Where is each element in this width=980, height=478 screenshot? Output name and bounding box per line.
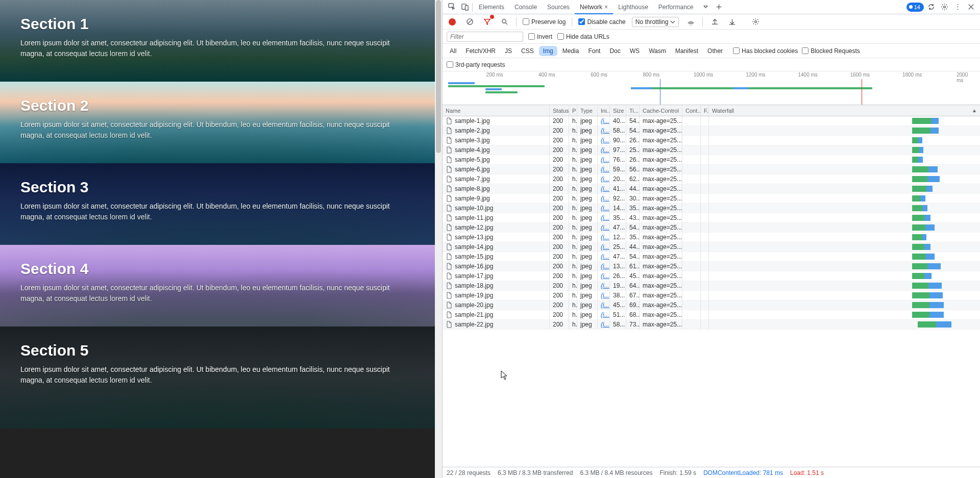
filter-input[interactable] [447, 32, 523, 42]
request-row[interactable]: sample-21.jpg200h..jpeg(i...51...68...ma… [443, 310, 980, 320]
hide-data-urls-checkbox[interactable]: Hide data URLs [557, 33, 609, 40]
type-chip-media[interactable]: Media [558, 46, 583, 56]
cell-initiator[interactable]: (i... [598, 184, 610, 193]
cell-initiator[interactable]: (i... [598, 291, 610, 300]
request-row[interactable]: sample-19.jpg200h..jpeg(i...38...67...ma… [443, 291, 980, 300]
type-chip-fetch-xhr[interactable]: Fetch/XHR [461, 46, 500, 56]
request-row[interactable]: sample-4.jpg200h..jpeg(i...97...25...max… [443, 145, 980, 155]
request-row[interactable]: sample-17.jpg200h..jpeg(i...26...45...ma… [443, 271, 980, 281]
request-row[interactable]: sample-14.jpg200h..jpeg(i...25...44...ma… [443, 242, 980, 252]
cell-initiator[interactable]: (i... [598, 174, 610, 184]
close-tab-icon[interactable]: × [604, 4, 608, 11]
type-chip-js[interactable]: JS [501, 46, 516, 56]
request-row[interactable]: sample-13.jpg200h..jpeg(i...12...35...ma… [443, 233, 980, 242]
type-chip-other[interactable]: Other [703, 46, 727, 56]
type-chip-all[interactable]: All [446, 46, 460, 56]
cell-initiator[interactable]: (i... [598, 233, 610, 242]
device-toggle-icon[interactable] [459, 1, 471, 13]
request-row[interactable]: sample-5.jpg200h..jpeg(i...76...26...max… [443, 155, 980, 165]
cell-initiator[interactable]: (i... [598, 204, 610, 213]
cell-initiator[interactable]: (i... [598, 223, 610, 232]
tab-sources[interactable]: Sources [542, 0, 575, 14]
col-protocol[interactable]: P [569, 105, 577, 116]
cell-initiator[interactable]: (i... [598, 145, 610, 155]
export-har-icon[interactable] [726, 16, 738, 28]
col-initiator[interactable]: Ini... [598, 105, 610, 116]
has-blocked-cookies-checkbox[interactable]: Has blocked cookies [733, 47, 798, 55]
cell-initiator[interactable]: (i... [598, 155, 610, 164]
kebab-icon[interactable] [951, 1, 964, 13]
third-party-checkbox[interactable]: 3rd-party requests [447, 61, 505, 68]
col-time[interactable]: Ti... [626, 105, 640, 116]
import-har-icon[interactable] [709, 16, 720, 28]
search-icon[interactable] [499, 16, 510, 28]
cell-initiator[interactable]: (i... [598, 300, 610, 310]
type-chip-ws[interactable]: WS [626, 46, 644, 56]
type-chip-wasm[interactable]: Wasm [645, 46, 670, 56]
issues-counter[interactable]: 14 [906, 3, 924, 12]
col-status[interactable]: Status [550, 105, 569, 116]
request-row[interactable]: sample-2.jpg200h..jpeg(i...58...54...max… [443, 126, 980, 136]
network-table-header[interactable]: Name Status P Type Ini... Size Ti... Cac… [443, 105, 980, 116]
type-chip-css[interactable]: CSS [517, 46, 538, 56]
cell-initiator[interactable]: (i... [598, 310, 610, 319]
request-row[interactable]: sample-12.jpg200h..jpeg(i...47...54...ma… [443, 223, 980, 233]
request-row[interactable]: sample-1.jpg200h..jpeg(i...40...54...max… [443, 116, 980, 126]
close-devtools-icon[interactable] [965, 1, 977, 13]
tab-elements[interactable]: Elements [474, 0, 509, 14]
request-row[interactable]: sample-7.jpg200h..jpeg(i...20...62...max… [443, 174, 980, 184]
type-chip-img[interactable]: Img [539, 46, 557, 56]
request-row[interactable]: sample-20.jpg200h..jpeg(i...45...69...ma… [443, 300, 980, 310]
record-button[interactable] [447, 16, 458, 28]
cell-initiator[interactable]: (i... [598, 262, 610, 271]
cell-initiator[interactable]: (i... [598, 252, 610, 261]
col-type[interactable]: Type [577, 105, 598, 116]
network-conditions-icon[interactable] [685, 16, 696, 28]
network-overview[interactable]: 200 ms400 ms600 ms800 ms1000 ms1200 ms14… [443, 71, 980, 105]
cell-initiator[interactable]: (i... [598, 213, 610, 222]
cell-initiator[interactable]: (i... [598, 194, 610, 203]
sync-icon[interactable] [925, 1, 937, 13]
request-row[interactable]: sample-9.jpg200h..jpeg(i...92...30...max… [443, 194, 980, 204]
add-tab-icon[interactable] [713, 1, 725, 13]
col-waterfall[interactable]: Waterfall▲ [709, 105, 980, 116]
request-row[interactable]: sample-11.jpg200h..jpeg(i...35...43...ma… [443, 213, 980, 223]
type-chip-doc[interactable]: Doc [605, 46, 624, 56]
col-cache-control[interactable]: Cache-Control [640, 105, 682, 116]
page-scroll-thumb[interactable] [436, 0, 441, 153]
request-row[interactable]: sample-8.jpg200h..jpeg(i...41...44...max… [443, 184, 980, 194]
request-row[interactable]: sample-18.jpg200h..jpeg(i...19...64...ma… [443, 281, 980, 291]
throttling-dropdown[interactable]: No throttling [632, 17, 679, 27]
cell-initiator[interactable]: (i... [598, 165, 610, 174]
tab-lighthouse[interactable]: Lighthouse [613, 0, 653, 14]
cell-initiator[interactable]: (i... [598, 320, 610, 329]
col-content-type[interactable]: Cont... [682, 105, 701, 116]
request-row[interactable]: sample-16.jpg200h..jpeg(i...13...61...ma… [443, 262, 980, 271]
clear-button[interactable] [464, 16, 475, 28]
more-tabs-icon[interactable] [700, 1, 712, 13]
tab-network[interactable]: Network× [575, 0, 613, 14]
cell-initiator[interactable]: (i... [598, 116, 610, 125]
inspect-icon[interactable] [446, 1, 458, 13]
network-settings-icon[interactable] [750, 16, 761, 28]
cell-initiator[interactable]: (i... [598, 136, 610, 145]
cell-initiator[interactable]: (i... [598, 242, 610, 251]
cell-initiator[interactable]: (i... [598, 126, 610, 135]
disable-cache-checkbox[interactable]: Disable cache [578, 18, 625, 26]
request-row[interactable]: sample-3.jpg200h..jpeg(i...90...26...max… [443, 136, 980, 145]
cell-initiator[interactable]: (i... [598, 281, 610, 290]
type-chip-font[interactable]: Font [584, 46, 604, 56]
tab-performance[interactable]: Performance [653, 0, 699, 14]
request-row[interactable]: sample-10.jpg200h..jpeg(i...14...35...ma… [443, 204, 980, 213]
tab-console[interactable]: Console [509, 0, 542, 14]
preserve-log-checkbox[interactable]: Preserve log [523, 18, 566, 26]
filter-toggle-icon[interactable] [481, 16, 493, 28]
cell-initiator[interactable]: (i... [598, 271, 610, 281]
request-row[interactable]: sample-22.jpg200h..jpeg(i...58...73...ma… [443, 320, 980, 330]
blocked-requests-checkbox[interactable]: Blocked Requests [802, 47, 860, 55]
request-row[interactable]: sample-6.jpg200h..jpeg(i...59...56...max… [443, 165, 980, 174]
page-scrollbar[interactable] [435, 0, 442, 478]
col-size[interactable]: Size [610, 105, 626, 116]
invert-checkbox[interactable]: Invert [528, 33, 552, 40]
settings-icon[interactable] [938, 1, 950, 13]
